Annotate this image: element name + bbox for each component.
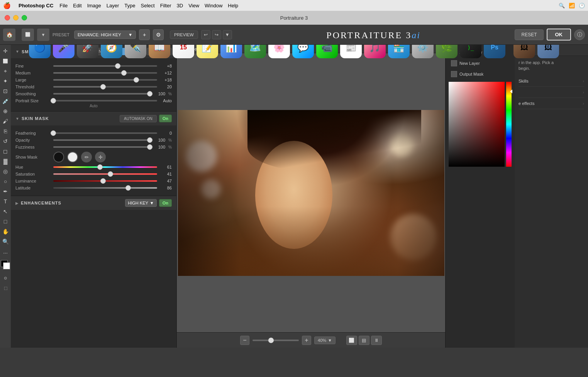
output-mask-checkbox[interactable] bbox=[451, 71, 457, 77]
brush-tool[interactable]: 🖌 bbox=[1, 117, 10, 126]
add-preset-btn[interactable]: + bbox=[139, 29, 150, 40]
gradient-tool[interactable]: ▓ bbox=[1, 157, 10, 166]
magic-wand-tool[interactable]: ✦ bbox=[1, 76, 10, 86]
medium-slider[interactable] bbox=[53, 72, 157, 74]
saturation-slider[interactable] bbox=[53, 173, 157, 175]
preset-select[interactable]: ENHANCE: HIGH KEY ▼ bbox=[74, 30, 136, 39]
eyedropper-tool[interactable]: 💉 bbox=[1, 96, 10, 106]
output-mask-option[interactable]: Output Mask bbox=[449, 69, 512, 79]
automask-btn[interactable]: AUTOMASK ON bbox=[120, 115, 157, 122]
menu-3d[interactable]: 3D bbox=[177, 3, 183, 8]
blur-tool[interactable]: ◎ bbox=[1, 167, 10, 176]
clone-tool[interactable]: ⎘ bbox=[1, 127, 10, 136]
large-slider[interactable] bbox=[53, 79, 157, 81]
enhancements-on-btn[interactable]: On bbox=[159, 199, 172, 207]
saturation-thumb[interactable] bbox=[108, 171, 113, 177]
redo-preview-btn[interactable]: ↪ bbox=[212, 30, 221, 39]
enhancements-section-header[interactable]: ▶ ENHANCEMENTS HIGH KEY ▼ On bbox=[11, 196, 176, 210]
ps-nav-btn[interactable]: ▼ bbox=[37, 29, 49, 41]
color-gradient[interactable] bbox=[449, 82, 512, 167]
target-brush-btn[interactable]: ✛ bbox=[95, 152, 106, 162]
single-view-btn[interactable]: ⬜ bbox=[346, 336, 357, 345]
eraser-tool[interactable]: ◻ bbox=[1, 147, 10, 156]
screen-mode[interactable]: ⬚ bbox=[1, 283, 10, 292]
color-square[interactable] bbox=[449, 82, 505, 167]
portrait-size-slider[interactable] bbox=[53, 100, 157, 101]
hue-slider[interactable] bbox=[53, 166, 157, 168]
menu-window[interactable]: Window bbox=[205, 3, 222, 8]
search-menu-icon[interactable]: 🔍 bbox=[559, 3, 565, 8]
apple-menu[interactable]: 🍎 bbox=[3, 2, 11, 9]
preview-dropdown-btn[interactable]: ▼ bbox=[223, 30, 232, 39]
black-mask-btn[interactable] bbox=[53, 152, 64, 162]
smoothing-thumb[interactable] bbox=[147, 91, 153, 96]
fine-thumb[interactable] bbox=[115, 63, 120, 69]
effects-item[interactable]: e effects › bbox=[519, 98, 584, 109]
type-tool[interactable]: T bbox=[1, 197, 10, 206]
feathering-thumb[interactable] bbox=[51, 130, 56, 136]
history-tool[interactable]: ↺ bbox=[1, 137, 10, 146]
ok-button[interactable]: OK bbox=[547, 29, 571, 41]
crop-tool[interactable]: ⊡ bbox=[1, 86, 10, 96]
menu-layer[interactable]: Layer bbox=[107, 3, 119, 8]
luminance-slider[interactable] bbox=[53, 180, 157, 182]
maximize-button[interactable] bbox=[22, 15, 27, 20]
move-tool[interactable]: ✛ bbox=[1, 46, 10, 56]
opacity-slider[interactable] bbox=[53, 139, 151, 141]
smoothing-slider[interactable] bbox=[53, 93, 151, 95]
split-view-btn[interactable]: ▤ bbox=[359, 336, 369, 345]
new-layer-checkbox[interactable] bbox=[451, 60, 457, 66]
luminance-thumb[interactable] bbox=[100, 178, 106, 184]
zoom-percent-display[interactable]: 40% ▼ bbox=[314, 336, 336, 344]
more-tools[interactable]: ... bbox=[1, 247, 10, 256]
paint-brush-btn[interactable]: ✏ bbox=[81, 152, 92, 162]
reset-button[interactable]: RESET bbox=[515, 29, 543, 40]
dodge-tool[interactable]: ○ bbox=[1, 177, 10, 186]
path-selection-tool[interactable]: ↖ bbox=[1, 207, 10, 216]
hue-bar[interactable] bbox=[506, 82, 512, 167]
lasso-tool[interactable]: ⌖ bbox=[1, 66, 10, 76]
zoom-thumb[interactable] bbox=[268, 338, 274, 343]
large-thumb[interactable] bbox=[134, 77, 139, 83]
new-layer-option[interactable]: New Layer bbox=[449, 59, 512, 68]
pen-tool[interactable]: ✒ bbox=[1, 187, 10, 196]
zoom-slider[interactable] bbox=[252, 340, 299, 341]
second-skill-item[interactable]: › bbox=[519, 87, 584, 98]
close-button[interactable] bbox=[5, 15, 10, 20]
fuzziness-slider[interactable] bbox=[53, 146, 151, 148]
zoom-in-btn[interactable]: + bbox=[302, 336, 311, 345]
menu-edit[interactable]: Edit bbox=[73, 3, 81, 8]
portrait-size-thumb[interactable] bbox=[51, 98, 56, 103]
info-button[interactable]: ⓘ bbox=[574, 29, 585, 40]
menu-help[interactable]: Help bbox=[228, 3, 238, 8]
menu-type[interactable]: Type bbox=[124, 3, 135, 8]
threshold-slider[interactable] bbox=[53, 86, 157, 88]
compare-view-btn[interactable]: ⏸ bbox=[371, 336, 382, 345]
medium-thumb[interactable] bbox=[121, 70, 127, 76]
fuzziness-thumb[interactable] bbox=[147, 144, 153, 150]
latitude-thumb[interactable] bbox=[125, 185, 131, 191]
minimize-button[interactable] bbox=[13, 15, 19, 20]
latitude-slider[interactable] bbox=[53, 187, 157, 189]
undo-preview-btn[interactable]: ↩ bbox=[201, 30, 210, 39]
feathering-slider[interactable] bbox=[53, 132, 157, 134]
healing-tool[interactable]: ⊕ bbox=[1, 107, 10, 116]
shape-tool[interactable]: □ bbox=[1, 217, 10, 226]
white-mask-btn[interactable] bbox=[67, 152, 78, 162]
settings-btn[interactable]: ⚙ bbox=[153, 29, 164, 40]
menu-image[interactable]: Image bbox=[87, 3, 101, 8]
hue-thumb[interactable] bbox=[97, 164, 103, 170]
zoom-tool[interactable]: 🔍 bbox=[1, 237, 10, 246]
highkey-select[interactable]: HIGH KEY ▼ bbox=[125, 199, 156, 207]
marquee-tool[interactable]: ⬜ bbox=[22, 29, 34, 41]
home-btn[interactable]: 🏠 bbox=[3, 29, 15, 41]
zoom-out-btn[interactable]: − bbox=[240, 336, 249, 345]
menu-view[interactable]: View bbox=[188, 3, 199, 8]
menu-file[interactable]: File bbox=[59, 3, 68, 8]
fine-slider[interactable] bbox=[53, 65, 157, 67]
menu-select[interactable]: Select bbox=[141, 3, 154, 8]
foreground-color[interactable] bbox=[1, 260, 10, 269]
skills-item[interactable]: Skills › bbox=[519, 76, 584, 87]
hand-tool[interactable]: ✋ bbox=[1, 227, 10, 236]
threshold-thumb[interactable] bbox=[100, 84, 106, 90]
